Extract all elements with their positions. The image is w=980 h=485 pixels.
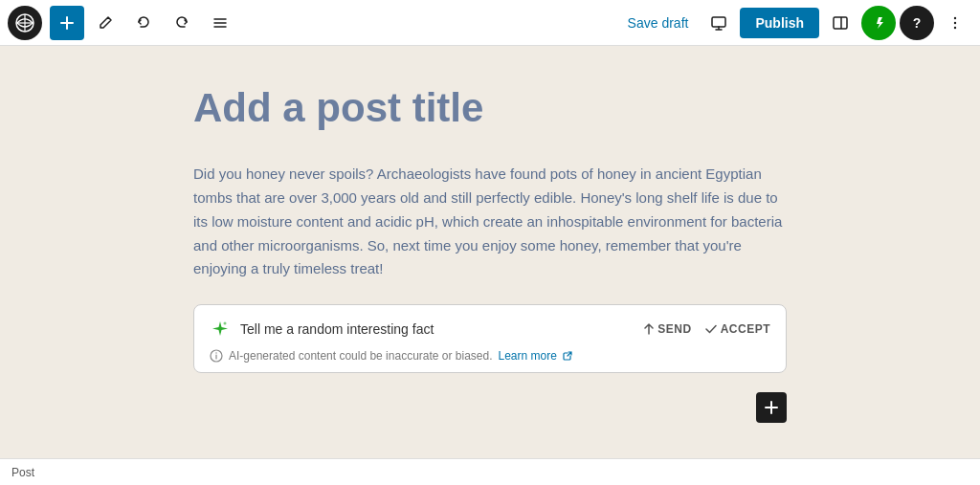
ai-disclaimer-text: AI-generated content could be inaccurate… [229, 349, 493, 363]
editor-content: Add a post title Did you honey never spo… [193, 84, 787, 420]
ai-send-label: SEND [657, 322, 691, 336]
ai-disclaimer: AI-generated content could be inaccurate… [210, 349, 770, 363]
external-link-icon [563, 351, 572, 361]
save-draft-button[interactable]: Save draft [618, 10, 699, 36]
ai-accept-button[interactable]: ACCEPT [705, 322, 770, 336]
svg-point-12 [224, 322, 227, 325]
list-view-button[interactable] [203, 6, 237, 40]
ai-learn-more-link[interactable]: Learn more [499, 349, 557, 363]
settings-panel-button[interactable] [823, 6, 858, 40]
bottom-bar: Post [0, 458, 980, 485]
wp-logo[interactable] [8, 6, 42, 40]
add-block-button[interactable] [756, 392, 787, 423]
undo-button[interactable] [126, 6, 161, 40]
pen-tool-button[interactable] [88, 6, 122, 40]
svg-point-10 [954, 21, 956, 23]
ai-send-button[interactable]: SEND [644, 322, 691, 336]
jetpack-button[interactable] [861, 6, 896, 40]
main-toolbar: Save draft Publish ? [0, 0, 980, 46]
ai-sparkle-icon [210, 319, 231, 340]
svg-point-9 [954, 16, 956, 18]
preview-button[interactable] [702, 6, 736, 40]
publish-button[interactable]: Publish [740, 8, 819, 38]
ai-suggestion-box: Tell me a random interesting fact SEND A… [193, 304, 787, 373]
info-icon [210, 349, 223, 363]
ai-accept-label: ACCEPT [721, 322, 770, 336]
more-options-button[interactable] [938, 6, 972, 40]
post-context-label: Post [11, 466, 34, 479]
editor-area: Add a post title Did you honey never spo… [0, 46, 980, 458]
post-body[interactable]: Did you honey never spoils? Archaeologis… [193, 163, 787, 281]
svg-rect-7 [834, 17, 847, 29]
svg-point-15 [215, 352, 216, 353]
add-block-toolbar-button[interactable] [50, 6, 84, 40]
redo-button[interactable] [165, 6, 199, 40]
ai-suggestion-top: Tell me a random interesting fact SEND A… [210, 319, 770, 340]
post-title[interactable]: Add a post title [193, 84, 787, 132]
ai-prompt-text: Tell me a random interesting fact [240, 321, 635, 337]
toolbar-right: Save draft Publish ? [618, 6, 972, 40]
svg-point-11 [954, 26, 956, 28]
svg-rect-6 [712, 17, 725, 27]
add-block-row [193, 392, 787, 423]
ai-actions: SEND ACCEPT [644, 322, 770, 336]
help-button[interactable]: ? [900, 6, 934, 40]
